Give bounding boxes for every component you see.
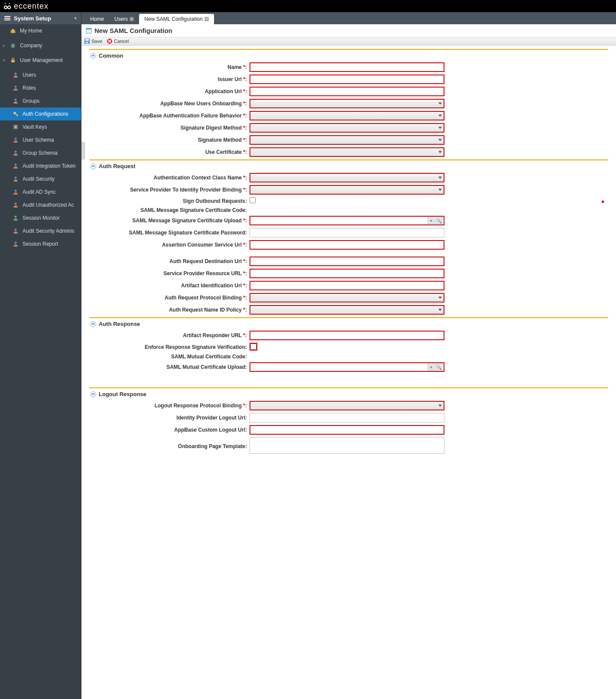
section-header-common[interactable]: Common [89,52,608,62]
sidebar-item[interactable]: Auth Configurations [0,107,81,120]
input-dest-url[interactable] [250,257,444,266]
sidebar-item[interactable]: Groups [0,94,81,107]
user-icon [12,72,19,78]
select-sig-method[interactable] [250,135,444,145]
select-digest-method[interactable] [250,123,444,133]
select-req-protocol-binding[interactable] [250,293,444,302]
clear-icon[interactable]: ✕ [428,217,434,224]
input-custom-logout-url[interactable] [250,425,444,435]
label-sign-outbound: Sign Outbound Requests: [183,198,247,204]
upload-mutual-cert[interactable]: ✕🔍 [250,362,444,372]
sidebar-header[interactable]: System Setup ▾ [0,12,81,24]
section-auth-response: Auth Response Artifact Responder URL *: … [89,317,608,372]
input-idp-logout-url[interactable] [250,413,444,423]
select-context-class[interactable] [250,173,444,182]
sidebar-item[interactable]: Audit Security Adminis [0,224,81,237]
checkbox-enforce-sig[interactable] [250,344,256,350]
search-icon[interactable]: 🔍 [435,364,442,371]
section-title: Auth Request [99,163,136,169]
input-artifact-id-url[interactable] [250,281,444,290]
label-sp-resource-url: Service Provider Resource URL [163,270,242,276]
section-title: Logout Response [99,391,146,397]
svg-rect-23 [86,42,88,43]
input-acs-url[interactable] [250,240,444,250]
tab[interactable]: Users× [109,14,139,24]
select-sp-idp-binding[interactable] [250,185,444,195]
close-icon[interactable]: × [130,17,134,21]
svg-rect-20 [86,28,91,29]
label-issuer-url: Issuer Url [218,76,242,82]
section-header-auth-response[interactable]: Auth Response [89,320,608,331]
section-header-logout-response[interactable]: Logout Response [89,390,608,401]
sidebar-item[interactable]: Group Schema [0,146,81,159]
label-nameid-policy: Auth Request Name ID Policy [169,307,242,313]
upload-sig-cert[interactable]: ✕🔍 [250,216,444,225]
clear-icon[interactable]: ✕ [428,364,434,371]
sidebar-item[interactable]: Audit Integration Token [0,159,81,172]
sidebar-item[interactable]: Users [0,68,81,81]
label-mutual-cert-code: SAML Mutual Certificate Code: [171,354,247,360]
svg-point-11 [15,151,17,153]
select-logout-protocol-binding[interactable] [250,401,444,410]
user-icon [12,137,19,143]
checkbox-sign-outbound[interactable] [250,197,256,203]
input-application-url[interactable] [250,87,444,96]
sidebar-item[interactable]: User Schema [0,133,81,146]
label-mutual-cert-upload: SAML Mutual Certificate Upload: [166,364,247,370]
cancel-button[interactable]: Cancel [107,38,129,44]
input-issuer-url[interactable] [250,75,444,84]
sidebar-item[interactable]: Session Monitor [0,211,81,224]
select-nameid-policy[interactable] [250,305,444,315]
input-artifact-responder[interactable] [250,331,444,340]
sidebar-collapse-handle[interactable] [81,142,85,159]
user-icon [12,150,19,156]
svg-rect-22 [85,39,89,41]
label-artifact-id-url: Artifact Identification Url [181,283,242,289]
sidebar-title: System Setup [14,15,51,22]
label-sig-cert-upload: SAML Message Signature Certificate Uploa… [132,218,242,224]
label-application-url: Application Url [205,88,242,94]
tab[interactable]: Home [85,14,109,24]
sidebar-item-label: Session Monitor [23,215,60,221]
label-digest-method: Signature Digest Method [181,125,242,131]
input-name[interactable] [250,62,444,72]
save-button[interactable]: Save [84,38,102,44]
sidebar-item[interactable]: My Home [0,24,81,37]
section-divider [89,49,608,50]
sidebar-item-label: User Schema [23,137,54,143]
sidebar-item[interactable]: ▸Company [0,39,81,52]
sidebar-item[interactable]: Audit Unauthorized Ac [0,198,81,211]
close-icon[interactable]: × [204,17,209,21]
tab[interactable]: New SAML Configuration× [139,14,214,24]
select-use-cert[interactable] [250,147,444,157]
svg-point-12 [15,164,17,166]
section-header-auth-request[interactable]: Auth Request [89,162,608,173]
input-sp-resource-url[interactable] [250,269,444,278]
sidebar-item[interactable]: Audit Security [0,172,81,185]
textarea-onboarding-template[interactable] [250,437,444,454]
sidebar-item[interactable]: Roles [0,81,81,94]
sidebar-item[interactable]: Session Report [0,237,81,250]
select-onboarding[interactable] [250,99,444,108]
user-icon [12,163,19,169]
tree-expand-icon: ▸ [2,43,6,48]
sidebar-item-label: Vault Keys [23,124,47,130]
home-icon [10,27,16,34]
label-acs-url: Assertion Consumer Service Url [162,242,242,248]
label-req-protocol-binding: Auth Request Protocol Binding [165,295,242,301]
svg-point-17 [15,229,17,231]
collapse-icon [90,53,96,59]
select-auth-failure[interactable] [250,111,444,120]
section-divider [89,159,608,160]
svg-point-6 [15,99,17,101]
sidebar-item[interactable]: ▾User Management [0,54,81,67]
tab-label: Home [90,16,104,22]
input-sig-cert-password[interactable] [250,228,444,237]
section-divider [89,387,608,388]
sidebar-item[interactable]: Audit AD Sync [0,185,81,198]
search-icon[interactable]: 🔍 [435,217,442,224]
sidebar-item-label: User Management [20,57,63,63]
label-onboarding: AppBase New Users Onboarding [160,101,242,107]
tree-collapse-icon: ▾ [2,58,6,62]
sidebar-item[interactable]: Vault Keys [0,120,81,133]
